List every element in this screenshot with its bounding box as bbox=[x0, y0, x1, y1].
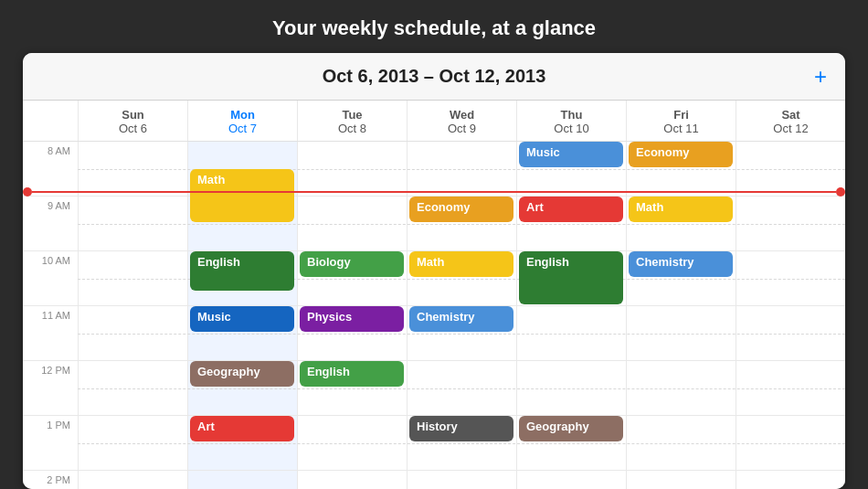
day-name: Wed bbox=[411, 108, 513, 122]
time-cell-day3-row6 bbox=[407, 471, 516, 489]
day-date: Oct 7 bbox=[192, 122, 293, 135]
day-name: Tue bbox=[302, 108, 403, 122]
day-date: Oct 6 bbox=[82, 122, 184, 135]
event-english-mon-10[interactable]: English bbox=[190, 251, 294, 291]
time-cell-day0-row6 bbox=[78, 471, 187, 489]
time-row-2pm: 2 PM bbox=[23, 471, 845, 489]
event-math-fri-9[interactable]: Math bbox=[629, 197, 733, 222]
day-date: Oct 12 bbox=[740, 122, 842, 135]
add-event-button[interactable]: + bbox=[814, 66, 827, 88]
calendar-body: Sun Oct 6 Mon Oct 7 Tue Oct 8 Wed Oct 9 … bbox=[23, 101, 845, 489]
event-english-tue-12[interactable]: English bbox=[300, 361, 404, 387]
time-cell-day6-row2 bbox=[736, 251, 845, 305]
day-header-tue: Tue Oct 8 bbox=[297, 101, 407, 141]
event-physics-tue-11[interactable]: Physics bbox=[300, 306, 404, 332]
day-header-sat: Sat Oct 12 bbox=[736, 101, 845, 141]
calendar-header: Oct 6, 2013 – Oct 12, 2013 + bbox=[23, 53, 845, 101]
time-label: 8 AM bbox=[23, 142, 78, 196]
day-header-fri: Fri Oct 11 bbox=[626, 101, 736, 141]
event-math-mon-9[interactable]: Math bbox=[190, 169, 294, 222]
time-cell-day6-row3 bbox=[736, 306, 845, 360]
time-row-12pm: 12 PM bbox=[23, 361, 845, 416]
day-header-sun: Sun Oct 6 bbox=[78, 101, 187, 141]
event-history-wed-13[interactable]: History bbox=[409, 416, 513, 441]
time-cell-day6-row0 bbox=[736, 142, 845, 196]
time-label: 9 AM bbox=[23, 197, 78, 250]
day-name: Mon bbox=[192, 108, 293, 122]
event-biology-tue-10[interactable]: Biology bbox=[300, 251, 404, 277]
time-grid: 8 AM9 AM10 AM11 AM12 PM1 PM2 PMMusicEcon… bbox=[23, 142, 845, 489]
day-header-thu: Thu Oct 10 bbox=[516, 101, 626, 141]
day-name: Fri bbox=[630, 108, 732, 122]
day-date: Oct 10 bbox=[521, 122, 622, 135]
day-header-wed: Wed Oct 9 bbox=[407, 101, 516, 141]
time-cell-day1-row6 bbox=[187, 471, 297, 489]
day-date: Oct 11 bbox=[630, 122, 732, 135]
event-economy-fri-8[interactable]: Economy bbox=[629, 142, 733, 167]
calendar-range-title: Oct 6, 2013 – Oct 12, 2013 bbox=[323, 66, 546, 87]
time-label: 1 PM bbox=[23, 416, 78, 470]
time-label: 12 PM bbox=[23, 361, 78, 415]
time-cell-day0-row5 bbox=[78, 416, 187, 470]
event-geography-thu-13[interactable]: Geography bbox=[519, 416, 623, 441]
time-cell-day6-row1 bbox=[736, 197, 845, 250]
day-name: Thu bbox=[521, 108, 622, 122]
day-name: Sat bbox=[740, 108, 842, 122]
time-cell-day4-row6 bbox=[516, 471, 626, 489]
time-cell-day6-row4 bbox=[736, 361, 845, 415]
time-cell-day3-row4 bbox=[407, 361, 516, 415]
time-label: 11 AM bbox=[23, 306, 78, 360]
time-cell-day5-row6 bbox=[626, 471, 736, 489]
event-english-thu-10[interactable]: English bbox=[519, 251, 623, 304]
time-cell-day4-row4 bbox=[516, 361, 626, 415]
time-cell-day0-row2 bbox=[78, 251, 187, 305]
event-music-thu-8[interactable]: Music bbox=[519, 142, 623, 167]
time-cell-day0-row0 bbox=[78, 142, 187, 196]
time-cell-day2-row5 bbox=[297, 416, 407, 470]
time-cell-day5-row5 bbox=[626, 416, 736, 470]
event-geography-mon-12[interactable]: Geography bbox=[190, 361, 294, 387]
time-cell-day6-row5 bbox=[736, 416, 845, 470]
time-cell-day2-row1 bbox=[297, 197, 407, 250]
time-cell-day5-row4 bbox=[626, 361, 736, 415]
event-music-mon-11[interactable]: Music bbox=[190, 306, 294, 332]
event-math-wed-10[interactable]: Math bbox=[409, 251, 513, 277]
time-label: 10 AM bbox=[23, 251, 78, 305]
time-cell-day0-row1 bbox=[78, 197, 187, 250]
event-chemistry-fri-10[interactable]: Chemistry bbox=[629, 251, 733, 277]
page-title: Your weekly schedule, at a glance bbox=[272, 16, 596, 40]
calendar-container: Oct 6, 2013 – Oct 12, 2013 + Sun Oct 6 M… bbox=[23, 53, 845, 489]
time-cell-day3-row0 bbox=[407, 142, 516, 196]
day-headers-row: Sun Oct 6 Mon Oct 7 Tue Oct 8 Wed Oct 9 … bbox=[23, 101, 845, 142]
time-cell-day0-row4 bbox=[78, 361, 187, 415]
event-economy-wed-9[interactable]: Economy bbox=[409, 197, 513, 222]
time-label: 2 PM bbox=[23, 471, 78, 489]
time-cell-day4-row3 bbox=[516, 306, 626, 360]
time-cell-day5-row3 bbox=[626, 306, 736, 360]
day-name: Sun bbox=[82, 108, 184, 122]
time-cell-day2-row0 bbox=[297, 142, 407, 196]
event-chemistry-wed-11[interactable]: Chemistry bbox=[409, 306, 513, 332]
event-art-thu-9[interactable]: Art bbox=[519, 197, 623, 222]
day-date: Oct 9 bbox=[411, 122, 513, 135]
day-date: Oct 8 bbox=[302, 122, 403, 135]
time-cell-day2-row6 bbox=[297, 471, 407, 489]
day-header-mon: Mon Oct 7 bbox=[187, 101, 297, 141]
time-cell-day0-row3 bbox=[78, 306, 187, 360]
header-spacer bbox=[23, 101, 78, 141]
event-art-mon-13[interactable]: Art bbox=[190, 416, 294, 441]
time-cell-day6-row6 bbox=[736, 471, 845, 489]
